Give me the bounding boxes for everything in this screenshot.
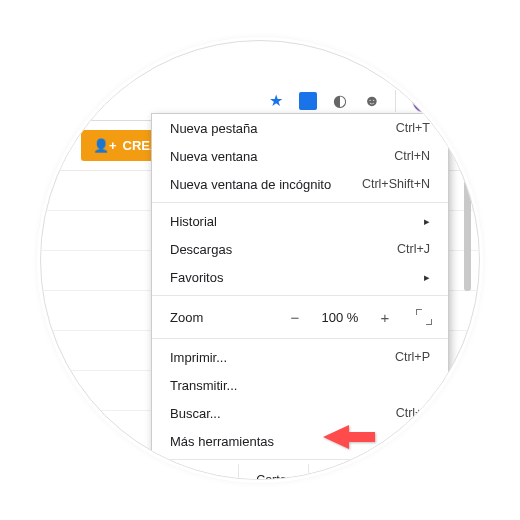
maximize-icon[interactable]: ☐ xyxy=(416,47,429,61)
zoom-out-button[interactable]: − xyxy=(286,309,304,326)
extension-icon-2[interactable]: ◐ xyxy=(331,92,349,110)
menu-print[interactable]: Imprimir...Ctrl+P xyxy=(152,343,448,371)
menu-edit-copy[interactable]: Copiar xyxy=(308,464,378,480)
callout-arrow xyxy=(321,421,381,464)
menu-new-tab[interactable]: Nueva pestañaCtrl+T xyxy=(152,114,448,142)
svg-marker-0 xyxy=(323,425,375,449)
chrome-menu: Nueva pestañaCtrl+T Nueva ventanaCtrl+N … xyxy=(151,113,449,480)
extension-icon-3[interactable]: ☻ xyxy=(363,92,381,110)
scrollbar-thumb[interactable] xyxy=(464,181,471,291)
zoom-in-button[interactable]: + xyxy=(376,309,394,326)
menu-more-tools[interactable]: Más herramientas xyxy=(152,427,448,455)
zoom-level: 100 % xyxy=(318,310,362,325)
fullscreen-icon[interactable] xyxy=(416,309,432,325)
menu-history[interactable]: Historial xyxy=(152,207,448,235)
menu-edit-row: Editar Cortar Copiar Pegar xyxy=(152,464,448,480)
menu-edit-label: Editar xyxy=(152,473,238,481)
menu-cast[interactable]: Transmitir... xyxy=(152,371,448,399)
menu-new-window[interactable]: Nueva ventanaCtrl+N xyxy=(152,142,448,170)
menu-incognito[interactable]: Nueva ventana de incógnitoCtrl+Shift+N xyxy=(152,170,448,198)
menu-zoom: Zoom − 100 % + xyxy=(152,300,448,334)
chrome-menu-button[interactable] xyxy=(448,89,461,112)
minimize-icon[interactable]: — xyxy=(374,47,388,61)
menu-bookmarks[interactable]: Favoritos xyxy=(152,263,448,291)
extension-icon-1[interactable] xyxy=(299,92,317,110)
profile-avatar[interactable]: A xyxy=(412,90,434,112)
menu-edit-cut[interactable]: Cortar xyxy=(238,464,308,480)
user-plus-icon: 👤+ xyxy=(93,138,117,153)
bookmark-star-icon[interactable]: ★ xyxy=(267,92,285,110)
menu-downloads[interactable]: DescargasCtrl+J xyxy=(152,235,448,263)
menu-edit-paste[interactable]: Pegar xyxy=(378,464,448,480)
menu-find[interactable]: Buscar...Ctrl+F xyxy=(152,399,448,427)
window-controls: — ☐ xyxy=(374,47,429,61)
